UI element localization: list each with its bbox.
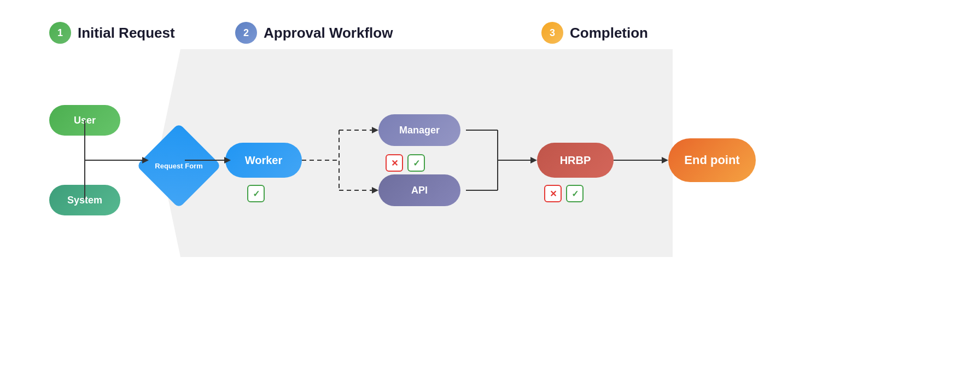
worker-node: Worker (225, 143, 302, 178)
api-node: API (378, 174, 460, 206)
system-pill: System (49, 185, 120, 215)
phase-header-3: 3 Completion (541, 22, 947, 44)
phase-badge-3: 3 (541, 22, 563, 44)
manager-node: Manager (378, 114, 460, 146)
user-node: User (49, 105, 120, 136)
hrbp-pill: HRBP (537, 143, 614, 178)
phase-header-1: 1 Initial Request (49, 22, 235, 44)
worker-pill: Worker (225, 143, 302, 178)
manager-icons: ✕ ✓ (386, 154, 425, 172)
phase-headers: 1 Initial Request 2 Approval Workflow 3 … (33, 22, 947, 44)
worker-check-icon: ✓ (247, 185, 265, 202)
manager-pill: Manager (378, 114, 460, 146)
phase-header-2: 2 Approval Workflow (235, 22, 541, 44)
user-pill: User (49, 105, 120, 136)
hrbp-reject-icon: ✕ (544, 185, 562, 202)
hrbp-approve-icon: ✓ (566, 185, 584, 202)
api-pill: API (378, 174, 460, 206)
phase-badge-1: 1 (49, 22, 71, 44)
hrbp-icons: ✕ ✓ (544, 185, 584, 202)
manager-reject-icon: ✕ (386, 154, 403, 172)
diagram-container: 1 Initial Request 2 Approval Workflow 3 … (0, 0, 980, 374)
manager-approve-icon: ✓ (407, 154, 425, 172)
worker-icons: ✓ (247, 185, 265, 202)
request-form-label: Request Form (155, 162, 202, 170)
phase-title-2: Approval Workflow (264, 25, 393, 42)
diamond-shape: Request Form (136, 123, 221, 208)
flow-diagram: User System Request Form Worker (33, 60, 947, 257)
phase-badge-2: 2 (235, 22, 257, 44)
request-form-diamond: Request Form (149, 136, 209, 196)
phase-title-1: Initial Request (78, 25, 175, 42)
hrbp-node: HRBP (537, 143, 614, 178)
phase-title-3: Completion (570, 25, 648, 42)
endpoint-node: End point (668, 138, 756, 182)
system-node: System (49, 185, 120, 215)
endpoint-pill: End point (668, 138, 756, 182)
